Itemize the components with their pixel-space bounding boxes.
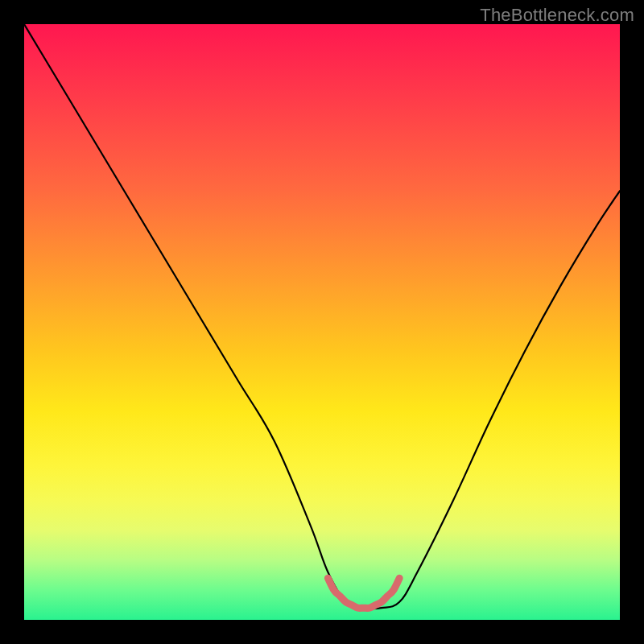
chart-container: TheBottleneck.com xyxy=(0,0,644,644)
curve-svg xyxy=(24,24,620,620)
plot-area xyxy=(24,24,620,620)
valley-highlight xyxy=(328,578,399,608)
watermark-text: TheBottleneck.com xyxy=(480,5,634,26)
bottleneck-curve xyxy=(24,24,620,609)
